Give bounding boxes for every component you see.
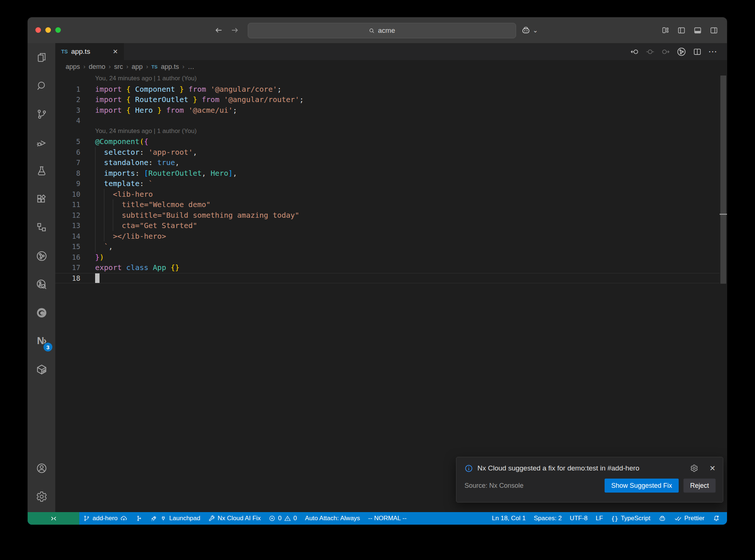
status-copilot[interactable] [654,512,670,525]
toggle-sidebar-right-icon[interactable] [710,26,718,35]
breadcrumb-item[interactable]: … [188,63,194,71]
line-number[interactable]: 16 [55,252,80,263]
status-formatter[interactable]: Prettier [670,512,709,525]
notification-settings-gear-icon[interactable] [690,464,698,472]
customize-layout-icon[interactable] [661,26,669,34]
status-auto-attach[interactable]: Auto Attach: Always [301,512,364,525]
code-line-text[interactable]: export class App {} [95,262,720,273]
line-number[interactable]: 2 [55,94,80,105]
code-line-text[interactable]: subtitle="Build something amazing today" [95,210,720,221]
nav-forward-circle-icon[interactable] [661,47,670,56]
code-line[interactable]: 8 imports: [RouterOutlet, Hero], [55,168,720,179]
code-line-text[interactable] [95,115,720,126]
line-number[interactable]: 10 [55,189,80,200]
code-line-text[interactable]: import { Component } from '@angular/core… [95,84,720,95]
nx-project-graph-icon[interactable] [28,242,55,270]
breadcrumb-item[interactable]: app.ts [161,63,179,71]
blame-annotation[interactable]: You, 24 minutes ago | 1 author (You) [55,73,720,84]
notification-close-icon[interactable]: ✕ [709,464,716,473]
code-line[interactable]: 13 cta="Get Started" [55,220,720,231]
line-number[interactable]: 15 [55,241,80,252]
code-line[interactable]: 10 <lib-hero [55,189,720,200]
code-line-text[interactable]: `, [95,241,720,252]
code-line-text[interactable]: title="Welcmoe demo" [95,199,720,210]
line-number[interactable] [55,73,80,84]
nav-position-icon[interactable] [646,47,655,56]
code-line-text[interactable]: selector: 'app-root', [95,147,720,158]
tab-close-icon[interactable]: ✕ [113,48,118,56]
status-branch[interactable]: add-hero [79,512,132,525]
line-number[interactable]: 1 [55,84,80,95]
code-line[interactable]: 4 [55,115,720,126]
breadcrumb-item[interactable]: app [132,63,143,71]
show-suggested-fix-button[interactable]: Show Suggested Fix [605,479,679,493]
source-control-icon[interactable] [28,100,55,128]
code-line-text[interactable]: ></lib-hero> [95,231,720,242]
testing-icon[interactable] [28,157,55,185]
search-sidebar-icon[interactable] [28,71,55,100]
breadcrumb-item[interactable]: src [114,63,123,71]
line-number[interactable]: 14 [55,231,80,242]
status-source-control-graph[interactable] [132,512,146,525]
git-blame-text[interactable]: You, 24 minutes ago | 1 author (You) [95,126,720,137]
line-number[interactable]: 9 [55,178,80,189]
code-editor[interactable]: You, 24 minutes ago | 1 author (You)1imp… [55,73,727,512]
nav-back-circle-icon[interactable] [630,47,639,56]
git-blame-text[interactable]: You, 24 minutes ago | 1 author (You) [95,73,720,84]
line-number[interactable]: 18 [55,273,80,284]
code-line-text[interactable]: standalone: true, [95,157,720,168]
settings-gear-icon[interactable] [28,482,55,511]
code-line[interactable]: 15 `, [55,241,720,252]
status-language[interactable]: {} TypeScript [607,512,655,525]
status-problems[interactable]: 0 0 [265,512,301,525]
code-line-text[interactable]: cta="Get Started" [95,220,720,231]
status-vim-mode[interactable]: -- NORMAL -- [364,512,411,525]
accounts-icon[interactable] [28,454,55,482]
line-number[interactable]: 3 [55,105,80,116]
project-details-icon[interactable] [28,270,55,298]
code-line-text[interactable]: <lib-hero [95,189,720,200]
code-line[interactable]: 3import { Hero } from '@acme/ui'; [55,105,720,116]
toggle-sidebar-left-icon[interactable] [677,26,686,35]
line-number[interactable]: 17 [55,262,80,273]
code-line-text[interactable]: }) [95,252,720,263]
code-line[interactable]: 9 template: ` [55,178,720,189]
project-structure-icon[interactable] [28,213,55,242]
code-line[interactable]: 5@Component({ [55,136,720,147]
status-indentation[interactable]: Spaces: 2 [530,512,566,525]
code-line[interactable]: 1import { Component } from '@angular/cor… [55,84,720,95]
line-number[interactable]: 12 [55,210,80,221]
breadcrumb-item[interactable]: demo [89,63,105,71]
navigate-forward-icon[interactable] [230,26,239,35]
scrollbar-thumb[interactable] [720,76,726,284]
toggle-panel-icon[interactable] [693,26,702,35]
status-notifications-bell[interactable] [709,512,724,525]
line-number[interactable]: 7 [55,157,80,168]
extensions-icon[interactable] [28,185,55,213]
status-launchpad[interactable]: Launchpad [146,512,204,525]
navigate-back-icon[interactable] [214,26,223,35]
command-center-search[interactable]: acme [248,23,516,38]
line-number[interactable]: 8 [55,168,80,179]
tab-app-ts[interactable]: TS app.ts ✕ [55,43,124,60]
split-editor-icon[interactable] [693,47,702,56]
more-actions-icon[interactable]: ⋯ [708,46,717,57]
line-number[interactable] [55,126,80,137]
editor-scrollbar[interactable] [720,73,727,512]
status-nx-cloud-fix[interactable]: Nx Cloud AI Fix [204,512,265,525]
code-line-text[interactable] [95,273,720,284]
minimize-window-button[interactable] [45,27,51,33]
line-number[interactable]: 11 [55,199,80,210]
code-line[interactable]: 18 [55,273,720,284]
chevron-down-icon[interactable]: ⌄ [533,27,538,34]
code-line-text[interactable]: import { Hero } from '@acme/ui'; [95,105,720,116]
code-line[interactable]: 6 selector: 'app-root', [55,147,720,158]
breadcrumb-item[interactable]: apps [66,63,80,71]
code-line[interactable]: 16}) [55,252,720,263]
containers-icon[interactable] [28,355,55,384]
code-line-text[interactable]: @Component({ [95,136,720,147]
code-line[interactable]: 2import { RouterOutlet } from '@angular/… [55,94,720,105]
code-line[interactable]: 12 subtitle="Build something amazing tod… [55,210,720,221]
line-number[interactable]: 4 [55,115,80,126]
close-window-button[interactable] [35,27,41,33]
